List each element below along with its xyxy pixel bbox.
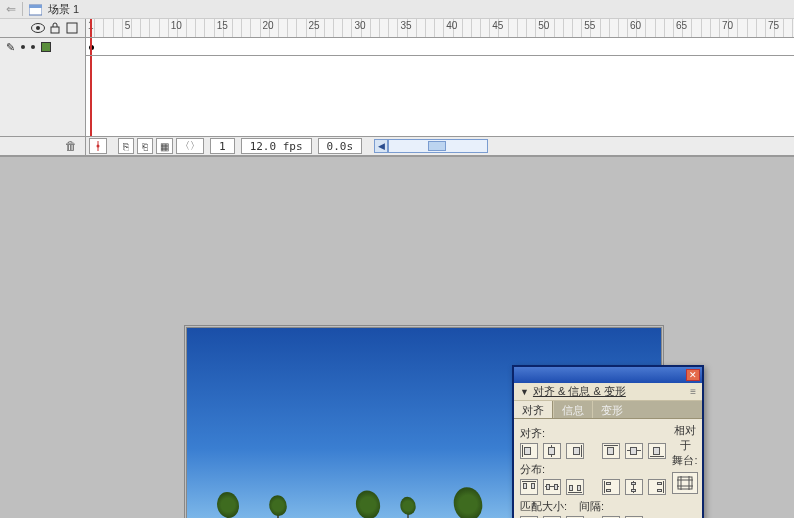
frames-area[interactable]: [86, 56, 794, 136]
edit-multiple-button[interactable]: ▦: [156, 138, 173, 154]
playhead[interactable]: [90, 19, 92, 37]
distribute-vcenter-icon[interactable]: [543, 479, 561, 495]
ruler-tick[interactable]: [738, 19, 747, 37]
ruler-tick[interactable]: [104, 19, 113, 37]
ruler-tick[interactable]: [656, 19, 665, 37]
ruler-tick[interactable]: [380, 19, 389, 37]
ruler-tick[interactable]: [499, 19, 508, 37]
ruler-tick[interactable]: [481, 19, 490, 37]
ruler-tick[interactable]: [711, 19, 720, 37]
ruler-tick[interactable]: [573, 19, 582, 37]
lock-icon[interactable]: [48, 21, 62, 35]
ruler-tick[interactable]: [160, 19, 169, 37]
scrollbar-track[interactable]: [388, 139, 488, 153]
ruler-tick[interactable]: [196, 19, 205, 37]
ruler-tick[interactable]: [233, 19, 242, 37]
ruler-tick[interactable]: [123, 19, 132, 37]
ruler-tick[interactable]: [325, 19, 334, 37]
ruler-tick[interactable]: [352, 19, 361, 37]
eye-icon[interactable]: [31, 21, 45, 35]
ruler-tick[interactable]: [784, 19, 793, 37]
distribute-bottom-icon[interactable]: [566, 479, 584, 495]
distribute-hcenter-icon[interactable]: [625, 479, 643, 495]
playhead-line[interactable]: [90, 56, 92, 136]
ruler-tick[interactable]: [261, 19, 270, 37]
modify-markers-button[interactable]: 〈〉: [176, 138, 204, 154]
playhead-line[interactable]: [90, 38, 92, 55]
ruler-tick[interactable]: [215, 19, 224, 37]
ruler-tick[interactable]: [610, 19, 619, 37]
onion-skin-button[interactable]: ⎘: [118, 138, 134, 154]
ruler-tick[interactable]: [518, 19, 527, 37]
ruler-tick[interactable]: [582, 19, 591, 37]
layer-controls[interactable]: ✎: [0, 38, 86, 56]
ruler-tick[interactable]: [316, 19, 325, 37]
collapse-icon[interactable]: ▼: [520, 387, 529, 397]
ruler-tick[interactable]: [545, 19, 554, 37]
ruler-tick[interactable]: [307, 19, 316, 37]
ruler-tick[interactable]: [444, 19, 453, 37]
outline-icon[interactable]: [65, 21, 79, 35]
ruler-tick[interactable]: [454, 19, 463, 37]
ruler-tick[interactable]: [297, 19, 306, 37]
ruler-tick[interactable]: [343, 19, 352, 37]
align-vcenter-icon[interactable]: [625, 443, 643, 459]
ruler-tick[interactable]: [426, 19, 435, 37]
ruler-tick[interactable]: [398, 19, 407, 37]
tab-info[interactable]: 信息: [554, 401, 592, 418]
ruler-tick[interactable]: [729, 19, 738, 37]
panel-menu-icon[interactable]: ≡: [690, 386, 696, 397]
align-bottom-icon[interactable]: [648, 443, 666, 459]
ruler-tick[interactable]: [178, 19, 187, 37]
ruler-tick[interactable]: [224, 19, 233, 37]
ruler-tick[interactable]: [463, 19, 472, 37]
ruler-tick[interactable]: [187, 19, 196, 37]
align-top-icon[interactable]: [602, 443, 620, 459]
ruler-tick[interactable]: [775, 19, 784, 37]
panel-header[interactable]: ▼ 对齐 & 信息 & 变形 ≡: [514, 383, 702, 401]
ruler-tick[interactable]: [334, 19, 343, 37]
center-frame-button[interactable]: [89, 138, 107, 154]
ruler-tick[interactable]: [417, 19, 426, 37]
ruler-tick[interactable]: [564, 19, 573, 37]
back-arrow-icon[interactable]: ⇐: [6, 2, 16, 16]
ruler-tick[interactable]: [141, 19, 150, 37]
ruler-tick[interactable]: [527, 19, 536, 37]
ruler-tick[interactable]: [536, 19, 545, 37]
ruler-tick[interactable]: [601, 19, 610, 37]
align-right-icon[interactable]: [566, 443, 584, 459]
tab-align[interactable]: 对齐: [514, 401, 553, 418]
ruler-tick[interactable]: [674, 19, 683, 37]
ruler-tick[interactable]: [692, 19, 701, 37]
ruler-tick[interactable]: [509, 19, 518, 37]
color-swatch[interactable]: [41, 42, 51, 52]
ruler-tick[interactable]: [472, 19, 481, 37]
ruler-tick[interactable]: [242, 19, 251, 37]
ruler-tick[interactable]: [555, 19, 564, 37]
panel-titlebar[interactable]: ✕: [514, 367, 702, 383]
ruler-tick[interactable]: [637, 19, 646, 37]
ruler-tick[interactable]: [408, 19, 417, 37]
ruler-tick[interactable]: [766, 19, 775, 37]
trash-icon[interactable]: 🗑: [65, 139, 77, 153]
distribute-top-icon[interactable]: [520, 479, 538, 495]
frames-strip[interactable]: [86, 38, 794, 56]
align-hcenter-icon[interactable]: [543, 443, 561, 459]
ruler-tick[interactable]: [114, 19, 123, 37]
ruler-tick[interactable]: [95, 19, 104, 37]
ruler-tick[interactable]: [389, 19, 398, 37]
to-stage-button[interactable]: [672, 472, 698, 494]
ruler-tick[interactable]: [702, 19, 711, 37]
ruler-tick[interactable]: [628, 19, 637, 37]
ruler-tick[interactable]: [132, 19, 141, 37]
align-left-icon[interactable]: [520, 443, 538, 459]
ruler-tick[interactable]: [720, 19, 729, 37]
ruler-tick[interactable]: [288, 19, 297, 37]
ruler-tick[interactable]: [665, 19, 674, 37]
ruler-tick[interactable]: [371, 19, 380, 37]
ruler-tick[interactable]: [683, 19, 692, 37]
tab-transform[interactable]: 变形: [593, 401, 631, 418]
scrollbar-thumb[interactable]: [428, 141, 446, 151]
timeline-ruler[interactable]: [86, 19, 794, 37]
ruler-tick[interactable]: [591, 19, 600, 37]
